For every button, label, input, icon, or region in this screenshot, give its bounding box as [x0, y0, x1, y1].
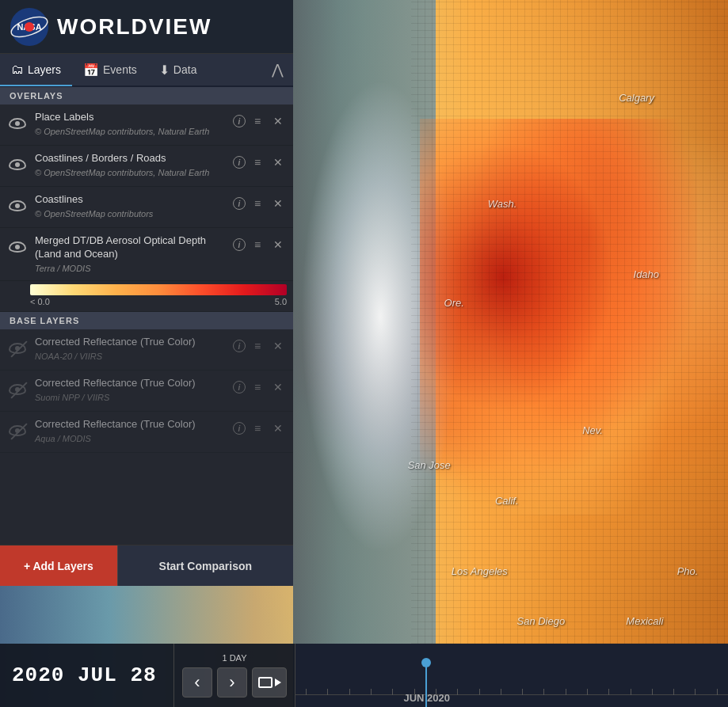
layer-actions-true-color-suomi: i ≡ ✕ — [233, 378, 287, 396]
layer-visibility-coastlines[interactable] — [6, 195, 29, 217]
layer-actions-aerosol: i ≡ ✕ — [233, 236, 287, 253]
events-tab-icon: 📅 — [83, 63, 99, 78]
eye-icon-true-color-aqua — [9, 425, 26, 436]
settings-button-coastlines-borders[interactable]: ≡ — [249, 154, 266, 171]
layer-title-aerosol: Merged DT/DB Aerosol Optical Depth (Land… — [35, 234, 227, 261]
settings-button-place-labels[interactable]: ≡ — [249, 112, 266, 130]
collapse-button[interactable]: ⋀ — [262, 61, 293, 78]
info-button-true-color-noaa[interactable]: i — [233, 340, 246, 352]
layer-visibility-true-color-aqua[interactable] — [6, 420, 29, 442]
info-button-place-labels[interactable]: i — [233, 115, 246, 127]
remove-button-coastlines-borders[interactable]: ✕ — [269, 154, 287, 171]
layer-content-place-labels: Place Labels © OpenStreetMap contributor… — [35, 111, 227, 137]
layer-item-aerosol: Merged DT/DB Aerosol Optical Depth (Land… — [0, 228, 293, 281]
colorscale-bar — [30, 284, 287, 295]
data-tab-icon: ⬇ — [159, 63, 170, 78]
date-display: 2020 JUL 28 — [0, 644, 174, 707]
remove-button-true-color-aqua[interactable]: ✕ — [269, 420, 287, 437]
svg-point-3 — [25, 22, 34, 32]
settings-button-true-color-suomi[interactable]: ≡ — [249, 378, 266, 396]
remove-button-true-color-suomi[interactable]: ✕ — [269, 378, 287, 396]
bottom-buttons: + Add Layers Start Comparison — [0, 545, 293, 586]
layer-subtitle-place-labels: © OpenStreetMap contributors, Natural Ea… — [35, 126, 227, 137]
settings-button-aerosol[interactable]: ≡ — [249, 236, 266, 253]
layer-content-aerosol: Merged DT/DB Aerosol Optical Depth (Land… — [35, 234, 227, 274]
layer-actions-true-color-aqua: i ≡ ✕ — [233, 420, 287, 437]
layer-visibility-aerosol[interactable] — [6, 236, 29, 258]
remove-button-true-color-noaa[interactable]: ✕ — [269, 337, 287, 355]
layer-title-true-color-aqua: Corrected Reflectance (True Color) — [35, 418, 227, 431]
remove-button-aerosol[interactable]: ✕ — [269, 236, 287, 253]
layer-actions-true-color-noaa: i ≡ ✕ — [233, 337, 287, 355]
app-header: NASA Worldview — [0, 0, 293, 54]
eye-icon-place-labels — [9, 118, 26, 129]
layer-content-true-color-noaa: Corrected Reflectance (True Color) NOAA-… — [35, 336, 227, 362]
colorscale-labels: < 0.0 5.0 — [30, 297, 287, 306]
layer-item-place-labels: Place Labels © OpenStreetMap contributor… — [0, 105, 293, 146]
colorscale-max: 5.0 — [275, 297, 287, 306]
time-controls: 1 DAY ‹ › — [174, 644, 295, 707]
layer-title-coastlines-borders: Coastlines / Borders / Roads — [35, 152, 227, 165]
aerosol-colorscale: < 0.0 5.0 — [0, 281, 293, 312]
grid-overlay — [411, 0, 728, 707]
info-button-aerosol[interactable]: i — [233, 238, 246, 251]
prev-day-button[interactable]: ‹ — [182, 667, 212, 697]
layer-visibility-true-color-noaa[interactable] — [6, 337, 29, 359]
time-step-info: 1 DAY ‹ › — [182, 653, 287, 697]
layer-subtitle-true-color-suomi: Suomi NPP / VIIRS — [35, 392, 227, 403]
info-button-true-color-suomi[interactable]: i — [233, 381, 246, 393]
layer-subtitle-true-color-aqua: Aqua / MODIS — [35, 433, 227, 444]
layer-content-true-color-aqua: Corrected Reflectance (True Color) Aqua … — [35, 418, 227, 444]
layers-list: OVERLAYS Place Labels © OpenStreetMap co… — [0, 87, 293, 545]
eye-icon-true-color-noaa — [9, 343, 26, 354]
settings-button-true-color-aqua[interactable]: ≡ — [249, 420, 266, 437]
tab-events-label: Events — [103, 63, 137, 76]
next-day-button[interactable]: › — [217, 667, 247, 697]
layer-visibility-place-labels[interactable] — [6, 112, 29, 135]
timeline-ruler: JUN 2020 — [295, 644, 728, 707]
layer-content-coastlines: Coastlines © OpenStreetMap contributors — [35, 193, 227, 219]
sidebar-panel: NASA Worldview 🗂 Layers 📅 Events ⬇ Data … — [0, 0, 293, 586]
tab-events[interactable]: 📅 Events — [72, 55, 148, 86]
record-button[interactable] — [252, 667, 287, 697]
layer-subtitle-true-color-noaa: NOAA-20 / VIIRS — [35, 351, 227, 362]
layer-item-true-color-noaa: Corrected Reflectance (True Color) NOAA-… — [0, 329, 293, 371]
info-button-coastlines[interactable]: i — [233, 197, 246, 210]
layer-subtitle-coastlines: © OpenStreetMap contributors — [35, 208, 227, 219]
tab-layers[interactable]: 🗂 Layers — [0, 55, 72, 86]
overlays-section-header: OVERLAYS — [0, 87, 293, 105]
remove-button-place-labels[interactable]: ✕ — [269, 112, 287, 130]
layer-item-coastlines-borders: Coastlines / Borders / Roads © OpenStree… — [0, 146, 293, 187]
current-date: 2020 JUL 28 — [12, 663, 157, 687]
layer-title-true-color-noaa: Corrected Reflectance (True Color) — [35, 336, 227, 349]
layer-visibility-true-color-suomi[interactable] — [6, 378, 29, 401]
tab-data[interactable]: ⬇ Data — [148, 55, 208, 86]
info-button-true-color-aqua[interactable]: i — [233, 422, 246, 435]
nav-tabs: 🗂 Layers 📅 Events ⬇ Data ⋀ — [0, 54, 293, 87]
start-comparison-button[interactable]: Start Comparison — [117, 545, 293, 586]
info-button-coastlines-borders[interactable]: i — [233, 156, 246, 169]
layer-title-coastlines: Coastlines — [35, 193, 227, 207]
layer-visibility-coastlines-borders[interactable] — [6, 154, 29, 176]
layer-content-coastlines-borders: Coastlines / Borders / Roads © OpenStree… — [35, 152, 227, 178]
timeline-bar: 2020 JUL 28 1 DAY ‹ › JUN 2 — [0, 644, 728, 707]
settings-button-true-color-noaa[interactable]: ≡ — [249, 337, 266, 355]
remove-button-coastlines[interactable]: ✕ — [269, 195, 287, 212]
timeline-scrubber[interactable]: JUN 2020 — [295, 644, 728, 707]
time-step-label: 1 DAY — [223, 653, 247, 663]
settings-button-coastlines[interactable]: ≡ — [249, 195, 266, 212]
add-layers-button[interactable]: + Add Layers — [0, 545, 117, 586]
tab-layers-label: Layers — [28, 63, 61, 76]
layer-subtitle-coastlines-borders: © OpenStreetMap contributors, Natural Ea… — [35, 167, 227, 178]
layer-actions-place-labels: i ≡ ✕ — [233, 112, 287, 130]
eye-icon-aerosol — [9, 241, 26, 253]
layer-title-true-color-suomi: Corrected Reflectance (True Color) — [35, 377, 227, 390]
app-title: Worldview — [57, 14, 212, 40]
layer-content-true-color-suomi: Corrected Reflectance (True Color) Suomi… — [35, 377, 227, 403]
layer-item-coastlines: Coastlines © OpenStreetMap contributors … — [0, 187, 293, 228]
base-layers-section-header: BASE LAYERS — [0, 312, 293, 329]
eye-icon-true-color-suomi — [9, 384, 26, 395]
nasa-logo: NASA — [10, 7, 49, 47]
colorscale-min: < 0.0 — [30, 297, 50, 306]
layer-item-true-color-aqua: Corrected Reflectance (True Color) Aqua … — [0, 412, 293, 453]
